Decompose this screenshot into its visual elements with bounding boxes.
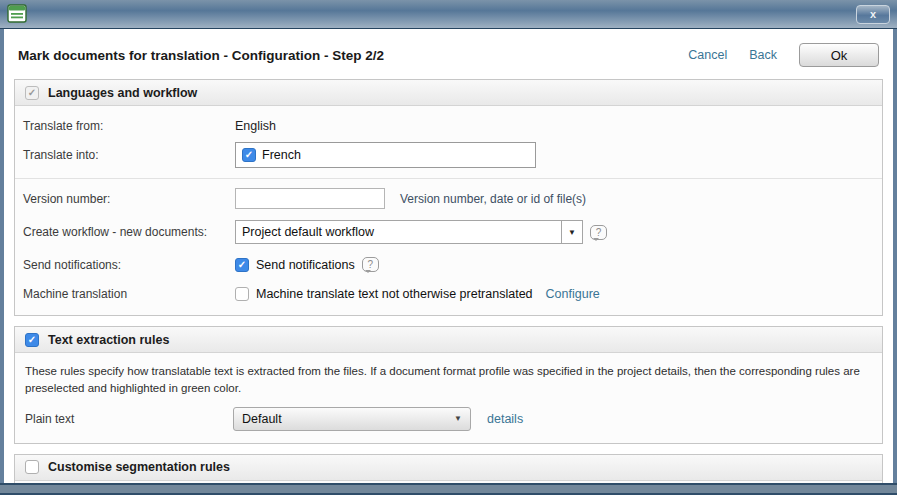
details-link[interactable]: details xyxy=(487,412,523,426)
machine-translation-checkbox[interactable] xyxy=(235,287,249,301)
notifications-help-icon[interactable]: ? xyxy=(362,257,379,272)
plain-text-select[interactable]: Default ▼ xyxy=(233,407,471,431)
section-title-languages: Languages and workflow xyxy=(48,86,197,100)
section-header-extraction: Text extraction rules xyxy=(15,327,882,353)
send-notifications-option-label: Send notifications xyxy=(256,258,355,272)
section-divider xyxy=(15,178,882,179)
translate-into-label: Translate into: xyxy=(23,148,235,162)
target-language-box: French xyxy=(235,142,536,168)
ok-button[interactable]: Ok xyxy=(799,43,879,67)
send-notifications-checkbox[interactable] xyxy=(235,258,249,272)
version-number-row: Version number: Version number, date or … xyxy=(15,188,882,209)
cancel-link[interactable]: Cancel xyxy=(688,48,727,62)
target-language-checkbox[interactable] xyxy=(242,148,256,162)
plain-text-label: Plain text xyxy=(25,412,233,426)
section-header-languages: Languages and workflow xyxy=(15,80,882,106)
page-title: Mark documents for translation - Configu… xyxy=(18,48,688,63)
target-language-label: French xyxy=(262,148,301,162)
back-link[interactable]: Back xyxy=(749,48,777,62)
machine-translation-option-label: Machine translate text not otherwise pre… xyxy=(256,287,533,301)
extraction-section-checkbox[interactable] xyxy=(25,333,39,347)
chevron-down-icon[interactable]: ▼ xyxy=(561,221,582,243)
translate-from-label: Translate from: xyxy=(23,119,235,133)
languages-section-checkbox[interactable] xyxy=(25,86,39,100)
workflow-row: Create workflow - new documents: Project… xyxy=(15,220,882,244)
translate-from-value: English xyxy=(235,119,276,133)
window-footer-bar xyxy=(0,483,897,495)
version-number-input[interactable] xyxy=(235,188,385,209)
section-customise-segmentation: Customise segmentation rules xyxy=(14,454,883,484)
translate-into-row: Translate into: French xyxy=(15,142,882,168)
segmentation-section-checkbox[interactable] xyxy=(25,460,39,474)
translate-from-row: Translate from: English xyxy=(15,119,882,133)
workflow-label: Create workflow - new documents: xyxy=(23,225,235,239)
titlebar: x xyxy=(0,0,897,29)
dialog-header: Mark documents for translation - Configu… xyxy=(14,35,883,79)
dialog-body: Mark documents for translation - Configu… xyxy=(0,29,897,483)
section-text-extraction-rules: Text extraction rules These rules specif… xyxy=(14,326,883,444)
machine-translation-label: Machine translation xyxy=(23,287,235,301)
workflow-selected-value: Project default workflow xyxy=(236,221,561,243)
section-header-segmentation: Customise segmentation rules xyxy=(15,455,882,481)
app-window-icon xyxy=(7,4,27,24)
send-notifications-row: Send notifications: Send notifications ? xyxy=(15,257,882,272)
version-number-hint: Version number, date or id of file(s) xyxy=(400,192,586,206)
version-number-label: Version number: xyxy=(23,192,235,206)
workflow-select[interactable]: Project default workflow ▼ xyxy=(235,220,583,244)
plain-text-selected-value: Default xyxy=(242,412,282,426)
section-title-segmentation: Customise segmentation rules xyxy=(48,460,230,474)
configure-link[interactable]: Configure xyxy=(546,287,600,301)
workflow-help-icon[interactable]: ? xyxy=(590,225,607,240)
section-languages-and-workflow: Languages and workflow Translate from: E… xyxy=(14,79,883,316)
plain-text-row: Plain text Default ▼ details xyxy=(15,407,882,431)
extraction-description: These rules specify how translatable tex… xyxy=(15,353,879,398)
send-notifications-label: Send notifications: xyxy=(23,258,235,272)
machine-translation-row: Machine translation Machine translate te… xyxy=(15,287,882,301)
close-icon[interactable]: x xyxy=(856,5,890,24)
section-title-extraction: Text extraction rules xyxy=(48,333,169,347)
chevron-down-icon[interactable]: ▼ xyxy=(454,414,462,423)
dialog-window: x Mark documents for translation - Confi… xyxy=(0,0,897,495)
